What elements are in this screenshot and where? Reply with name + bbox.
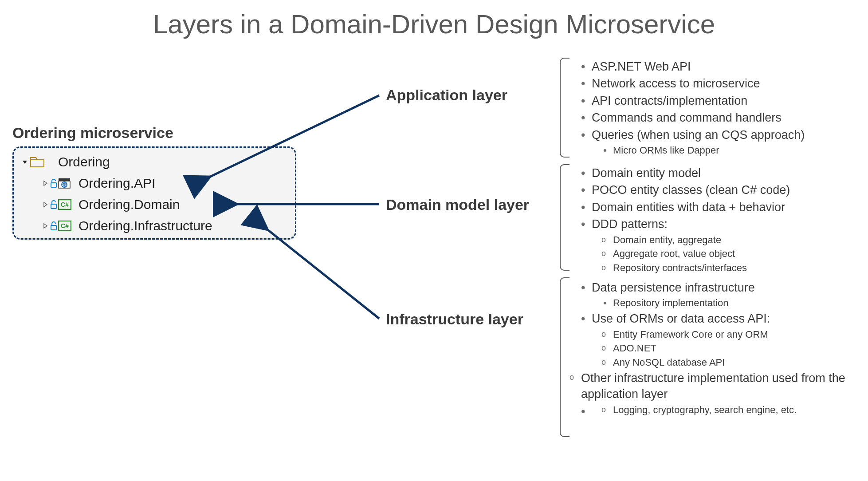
- project-label: Ordering.Infrastructure: [76, 218, 212, 233]
- list-item: Commands and command handlers: [592, 110, 852, 126]
- folder-icon: [30, 156, 55, 168]
- list-item: Use of ORMs or data access API: Entity F…: [592, 311, 860, 369]
- svg-text:C#: C#: [61, 201, 69, 208]
- svg-rect-4: [51, 204, 56, 209]
- list-item: Other infrastructure implementation used…: [581, 370, 860, 402]
- list-item: ASP.NET Web API: [592, 59, 852, 75]
- application-layer-heading: Application layer: [386, 87, 507, 104]
- brace-icon: [560, 58, 570, 158]
- svg-rect-1: [59, 178, 70, 181]
- solution-explorer-panel: Ordering Ordering.API: [12, 146, 296, 240]
- list-item: Repository implementation: [613, 296, 860, 310]
- project-label: Ordering.API: [76, 176, 155, 191]
- list-item: Domain entity model: [592, 165, 852, 181]
- domain-layer-heading: Domain model layer: [386, 196, 529, 213]
- list-item: Network access to microservice: [592, 75, 852, 91]
- diagram-canvas: Layers in a Domain-Driven Design Microse…: [0, 0, 868, 481]
- list-item: DDD patterns: Domain entity, aggregate A…: [592, 216, 852, 275]
- list-item: Micro ORMs like Dapper: [613, 144, 852, 157]
- svg-text:C#: C#: [61, 222, 69, 229]
- tree-project-row[interactable]: C# Ordering.Infrastructure: [20, 215, 289, 237]
- expand-closed-icon: [40, 223, 50, 229]
- list-item: Any NoSQL database API: [613, 356, 860, 369]
- project-label: Ordering.Domain: [76, 197, 180, 212]
- domain-bullets: Domain entity model POCO entity classes …: [577, 164, 852, 276]
- list-item: Queries (when using an CQS approach) Mic…: [592, 127, 852, 157]
- list-item: Data persistence infrastructure Reposito…: [592, 280, 860, 310]
- lock-and-csharp-icon: C#: [50, 199, 76, 210]
- list-item: Domain entities with data + behavior: [592, 199, 852, 215]
- list-item: Logging, cryptography, search engine, et…: [613, 403, 860, 417]
- tree-project-row[interactable]: Ordering.API: [20, 173, 289, 194]
- infrastructure-layer-heading: Infrastructure layer: [386, 311, 523, 328]
- infrastructure-bullets: Data persistence infrastructure Reposito…: [577, 279, 860, 417]
- list-item: Domain entity, aggregate: [613, 233, 852, 247]
- svg-line-12: [266, 229, 379, 319]
- list-item: ADO.NET: [613, 342, 860, 355]
- svg-rect-0: [51, 183, 56, 187]
- lock-and-web-icon: [50, 178, 76, 189]
- expand-closed-icon: [40, 180, 50, 186]
- expand-closed-icon: [40, 201, 50, 208]
- expand-open-icon: [20, 159, 30, 165]
- page-title: Layers in a Domain-Driven Design Microse…: [0, 9, 868, 39]
- tree-root-label: Ordering: [55, 154, 110, 170]
- svg-rect-7: [51, 225, 56, 230]
- lock-and-csharp-icon: C#: [50, 221, 76, 231]
- list-item: POCO entity classes (clean C# code): [592, 182, 852, 198]
- tree-project-row[interactable]: C# Ordering.Domain: [20, 194, 289, 215]
- brace-icon: [560, 164, 570, 271]
- tree-root-row[interactable]: Ordering: [20, 151, 289, 173]
- list-item: API contracts/implementation: [592, 93, 852, 109]
- list-item: Entity Framework Core or any ORM: [613, 328, 860, 341]
- list-item: Repository contracts/interfaces: [613, 261, 852, 275]
- list-item: Aggregate root, value object: [613, 247, 852, 260]
- brace-icon: [560, 277, 570, 437]
- application-bullets: ASP.NET Web API Network access to micros…: [577, 58, 852, 158]
- microservice-label: Ordering microservice: [12, 124, 173, 142]
